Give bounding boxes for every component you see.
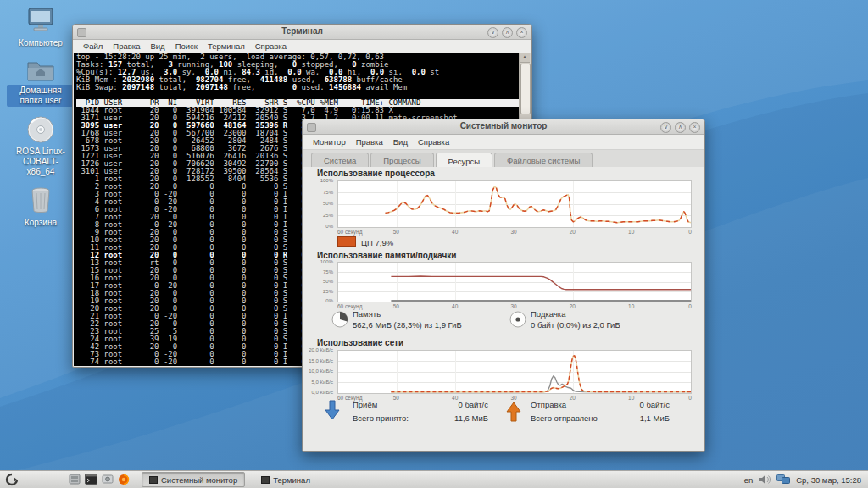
- network-section-title: Использование сети: [317, 338, 403, 347]
- recv-total-label: Всего принято:: [353, 413, 409, 423]
- monitor-menu-item-3[interactable]: Справка: [413, 137, 454, 147]
- cpu-legend-swatch: [337, 236, 356, 247]
- memory-label: Память: [353, 309, 381, 319]
- recv-label: Приём: [353, 400, 377, 409]
- desktop-icon-label: ROSA Linux-COBALT-x86_64: [7, 146, 75, 178]
- task-window-icon: [149, 476, 158, 484]
- upload-arrow-icon: [505, 400, 522, 422]
- volume-icon[interactable]: [759, 474, 771, 485]
- terminal-launcher-icon[interactable]: [85, 474, 97, 485]
- close-button[interactable]: ×: [689, 122, 700, 133]
- terminal-menu-item-4[interactable]: Терминал: [203, 42, 250, 51]
- terminal-menu-item-3[interactable]: Поиск: [170, 42, 203, 51]
- task-window-icon: [261, 476, 270, 484]
- recv-rate: 0 байт/с: [405, 400, 488, 409]
- terminal-menu-item-0[interactable]: Файл: [78, 42, 108, 51]
- terminal-menu-item-5[interactable]: Справка: [250, 42, 292, 51]
- desktop-icon-rosa-disc[interactable]: ROSA Linux-COBALT-x86_64: [7, 115, 75, 178]
- desktop-icon-computer[interactable]: Компьютер: [7, 7, 75, 49]
- scroll-up-icon[interactable]: ▲: [520, 53, 530, 63]
- monitor-menu-item-2[interactable]: Вид: [388, 137, 413, 147]
- terminal-titlebar[interactable]: Терминал ∨ ∧ ×: [73, 25, 531, 40]
- tab-1[interactable]: Процессы: [370, 152, 433, 168]
- monitor-menu-item-0[interactable]: Монитор: [308, 137, 351, 147]
- network-icon[interactable]: [776, 474, 790, 485]
- terminal-menu-item-1[interactable]: Правка: [108, 42, 145, 51]
- screenshot-tool-icon[interactable]: [102, 474, 114, 485]
- maximize-button[interactable]: ∧: [675, 122, 686, 133]
- monitor-menu-item-1[interactable]: Правка: [351, 137, 388, 147]
- cpu-legend: ЦП 7,9%: [337, 236, 393, 247]
- monitor-titlebar[interactable]: Системный монитор ∨ ∧ ×: [303, 119, 704, 135]
- system-tray: en Ср, 30 мар, 15:28: [744, 474, 868, 485]
- desktop-icon-label: Домашняя папка user: [7, 85, 75, 107]
- swap-pie-icon: [509, 310, 527, 329]
- desktop-icon-label: Компьютер: [16, 37, 65, 49]
- network-legend: Приём 0 байт/с Всего принято: 11,6 МиБ О…: [303, 399, 705, 428]
- swap-label: Подкачка: [531, 309, 565, 319]
- scrollbar-thumb[interactable]: [520, 64, 531, 114]
- swap-value: 0 байт (0,0%) из 2,0 ГиБ: [531, 320, 620, 330]
- desktop-icon-home-folder[interactable]: Домашняя папка user: [7, 58, 75, 107]
- firefox-icon[interactable]: [118, 474, 130, 485]
- trash-icon: [28, 186, 53, 214]
- minimize-button[interactable]: ∨: [660, 122, 671, 133]
- taskbar-task-0[interactable]: Системный монитор: [142, 472, 245, 487]
- system-monitor-window: Системный монитор ∨ ∧ × МониторПравкаВид…: [302, 119, 705, 452]
- language-indicator[interactable]: en: [744, 475, 754, 485]
- cd-disc-icon: [26, 115, 55, 144]
- download-arrow-icon: [324, 400, 341, 422]
- taskbar: Системный мониторТерминал en Ср, 30 мар,…: [0, 470, 868, 488]
- desktop-icon-trash[interactable]: Корзина: [7, 186, 75, 229]
- terminal-menubar: ФайлПравкаВидПоискТерминалСправка: [73, 40, 531, 53]
- swap-legend: Подкачка0 байт (0,0%) из 2,0 ГиБ: [509, 309, 687, 335]
- memory-value: 562,6 МиБ (28,3%) из 1,9 ГиБ: [353, 320, 462, 330]
- monitor-window-title: Системный монитор: [303, 121, 704, 130]
- desktop-icons: Компьютер Домашняя папка user ROSA Linux…: [7, 7, 75, 237]
- monitor-menubar: МониторПравкаВидСправка: [303, 135, 704, 150]
- taskbar-task-1[interactable]: Терминал: [253, 472, 318, 487]
- cpu-section-title: Использование процессора: [317, 169, 435, 178]
- home-folder-icon: [25, 58, 56, 83]
- desktop-icon-label: Корзина: [22, 217, 59, 229]
- terminal-window-title: Терминал: [73, 26, 531, 36]
- monitor-tabbar: СистемаПроцессыРесурсыФайловые системы: [303, 150, 704, 169]
- cpu-chart: 100%75%50%25%0% 60 секунд50403020100: [337, 180, 692, 236]
- file-manager-icon[interactable]: [69, 474, 81, 485]
- terminal-menu-item-2[interactable]: Вид: [145, 42, 170, 51]
- resources-tab-panel: Использование процессора 100%75%50%25%0%…: [303, 167, 704, 450]
- cpu-legend-label: ЦП 7,9%: [361, 238, 393, 247]
- memory-pie-icon: [331, 310, 349, 329]
- sent-total: 1,1 МиБ: [558, 413, 670, 423]
- sent-rate: 0 байт/с: [558, 400, 670, 409]
- clock[interactable]: Ср, 30 мар, 15:28: [796, 475, 861, 485]
- maximize-button[interactable]: ∧: [502, 27, 513, 38]
- computer-icon: [25, 7, 56, 34]
- network-chart: 20,0 КиБ/с15,0 КиБ/с10,0 КиБ/с5,0 КиБ/с0…: [337, 350, 692, 402]
- minimize-button[interactable]: ∨: [487, 27, 498, 38]
- memory-chart: 100%75%50%25%0% 60 секунд50403020100: [337, 262, 692, 310]
- memory-section-title: Использование памяти/подкачки: [317, 251, 456, 260]
- tab-3[interactable]: Файловые системы: [494, 152, 593, 168]
- rosa-menu-icon[interactable]: [4, 473, 19, 486]
- close-button[interactable]: ×: [516, 27, 527, 38]
- memory-legend: Память562,6 МиБ (28,3%) из 1,9 ГиБ: [331, 309, 500, 335]
- recv-total: 11,6 МиБ: [405, 413, 488, 423]
- taskbar-tasks: Системный мониторТерминал: [142, 472, 318, 487]
- tab-0[interactable]: Система: [311, 152, 369, 168]
